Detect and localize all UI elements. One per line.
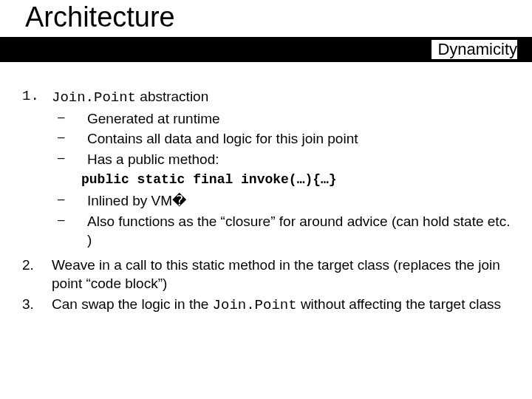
point-rest: abstraction [136, 89, 208, 104]
bullet-text: Inlined by VM� [87, 191, 517, 211]
list-item: – Also functions as the “closure” for ar… [52, 212, 517, 250]
term-joinpoint: Join.Point [213, 297, 297, 313]
point-2: 2. Weave in a call to this static method… [22, 256, 517, 293]
text-post: without affecting the target class [297, 296, 501, 312]
bullet-text: Contains all data and logic for this joi… [87, 129, 517, 149]
list-item: – Inlined by VM� [52, 191, 517, 211]
slide: Architecture Dynamicity 1. Join.Point ab… [0, 0, 532, 399]
bullet-dash: – [52, 129, 87, 149]
slide-subtitle: Dynamicity [432, 40, 517, 59]
bullet-text: Generated at runtime [87, 109, 517, 129]
bullet-text: Has a public method: [87, 150, 517, 169]
slide-body: 1. Join.Point abstraction – Generated at… [22, 87, 517, 317]
point-1: 1. Join.Point abstraction [22, 87, 517, 108]
list-item: – Has a public method: [52, 150, 517, 169]
bullet-text: Also functions as the “closure” for arou… [87, 212, 517, 250]
point-text: Can swap the logic in the Join.Point wit… [52, 295, 517, 316]
slide-title: Architecture [25, 1, 175, 33]
point-number: 1. [22, 87, 52, 108]
point-text: Join.Point abstraction [52, 87, 517, 108]
point-number: 3. [22, 295, 52, 316]
term-joinpoint: Join.Point [52, 89, 136, 106]
text-pre: Can swap the logic in the [52, 296, 213, 312]
code-line: public static final invoke(…){…} [81, 171, 517, 188]
bullet-dash: – [52, 191, 87, 211]
bullet-dash: – [52, 109, 87, 129]
point-text: Weave in a call to this static method in… [52, 256, 517, 293]
bullet-dash: – [52, 212, 87, 250]
point-number: 2. [22, 256, 52, 293]
bullet-dash: – [52, 150, 87, 169]
list-item: – Contains all data and logic for this j… [52, 129, 517, 149]
point-3: 3. Can swap the logic in the Join.Point … [22, 295, 517, 316]
list-item: – Generated at runtime [52, 109, 517, 129]
title-bar: Architecture Dynamicity [0, 0, 532, 66]
